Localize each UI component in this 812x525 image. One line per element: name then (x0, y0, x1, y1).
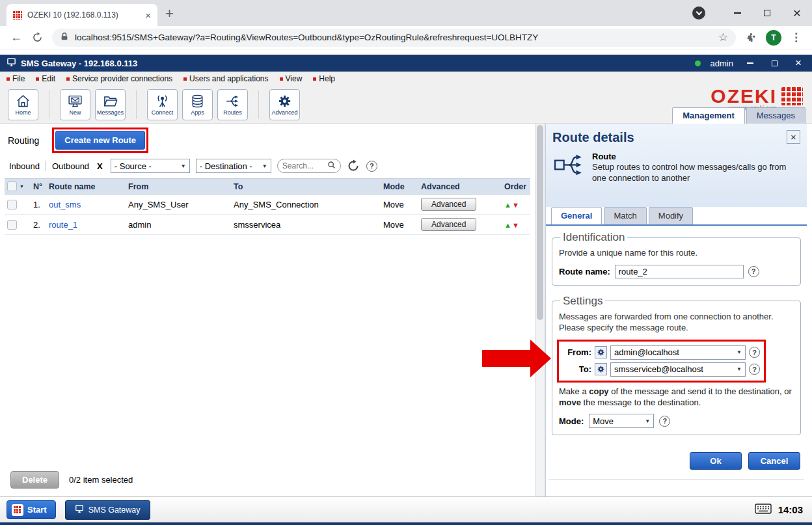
col-mode[interactable]: Mode (381, 179, 418, 195)
menu-bullet-icon (36, 77, 39, 81)
filter-inbound[interactable]: Inbound (9, 161, 40, 171)
scrollbar-thumb[interactable] (537, 125, 543, 320)
menu-edit[interactable]: Edit (36, 74, 55, 83)
toolbar-button-advanced[interactable]: Advanced (269, 89, 300, 120)
table-row[interactable]: 2. route_1 admin smsservicea Move Advanc… (5, 215, 530, 235)
taskbar-item-sms-gateway[interactable]: SMS Gateway (65, 500, 150, 520)
browser-menu-icon[interactable]: ⋮ (791, 31, 802, 44)
taskbar: Start SMS Gateway 14:03 (0, 496, 812, 522)
col-number[interactable]: N° (31, 179, 46, 195)
toolbar-button-messages[interactable]: Messages (95, 89, 126, 120)
identification-hint: Provide a unique name for this route. (559, 248, 794, 259)
tab-modify[interactable]: Modify (649, 207, 693, 224)
browser-close-button[interactable]: × (782, 0, 812, 26)
col-from[interactable]: From (126, 179, 231, 195)
menu-bullet-icon (7, 77, 10, 81)
select-all-checkbox[interactable] (7, 182, 17, 191)
route-name-link[interactable]: out_sms (49, 200, 81, 209)
tab-close-icon[interactable]: × (145, 10, 151, 20)
help-icon[interactable]: ? (748, 266, 759, 277)
chevron-down-icon: ▼ (645, 418, 650, 424)
extensions-puzzle-icon[interactable] (741, 28, 761, 47)
selection-status: 0/2 item selected (69, 475, 133, 485)
menu-view[interactable]: View (280, 74, 303, 83)
browser-maximize-button[interactable] (752, 0, 782, 26)
tab-match[interactable]: Match (604, 207, 646, 224)
browser-status-icon[interactable] (692, 7, 705, 20)
menu-users-and-applications[interactable]: Users and applications (183, 74, 268, 83)
browser-minimize-button[interactable] (722, 0, 752, 26)
order-down-icon[interactable]: ▼ (512, 201, 519, 209)
routing-panel-title: Routing (8, 135, 39, 146)
help-icon[interactable]: ? (749, 364, 760, 375)
refresh-list-button[interactable] (347, 159, 360, 173)
toolbar-separator (136, 90, 137, 119)
col-order[interactable]: Order (502, 179, 530, 195)
col-route-name[interactable]: Route name (46, 179, 126, 195)
connection-type-icon (595, 363, 607, 375)
app-maximize-button[interactable] (767, 57, 781, 70)
back-icon[interactable]: ← (7, 28, 26, 47)
table-row[interactable]: 1. out_sms Any_SMS_User Any_SMS_Connecti… (5, 195, 530, 215)
order-up-icon[interactable]: ▲ (504, 201, 511, 209)
route-name-link[interactable]: route_1 (49, 220, 77, 230)
route-name-input[interactable] (615, 265, 744, 278)
ok-button[interactable]: Ok (690, 452, 742, 470)
tab-messages[interactable]: Messages (746, 107, 805, 124)
profile-avatar[interactable]: T (766, 30, 781, 46)
toolbar-button-home[interactable]: Home (8, 89, 38, 120)
toolbar-button-routes[interactable]: Routes (217, 89, 248, 120)
antenna-icon (155, 94, 170, 109)
source-filter-select[interactable]: - Source -▼ (111, 159, 190, 173)
help-icon[interactable]: ? (366, 161, 377, 172)
start-button[interactable]: Start (7, 500, 56, 519)
row-checkbox[interactable] (7, 220, 17, 230)
bookmark-star-icon[interactable]: ☆ (718, 31, 728, 44)
new-tab-button[interactable]: + (165, 7, 174, 21)
refresh-icon[interactable] (27, 28, 47, 47)
close-icon[interactable]: × (787, 130, 800, 144)
menu-file[interactable]: File (7, 74, 25, 83)
route-details-panel: Route details × Route Setup routes to co… (545, 124, 807, 496)
from-connection-select[interactable]: admin@localhost▼ (610, 345, 746, 360)
order-down-icon[interactable]: ▼ (512, 221, 519, 229)
destination-filter-select[interactable]: - Destination -▼ (196, 159, 271, 173)
clear-filter-button[interactable]: X (95, 161, 105, 171)
mode-select[interactable]: Move▼ (589, 414, 654, 428)
search-input[interactable] (282, 161, 325, 170)
toolbar-button-apps[interactable]: Apps (182, 89, 213, 120)
cancel-button[interactable]: Cancel (748, 452, 800, 470)
row-checkbox[interactable] (7, 200, 17, 209)
menu-help[interactable]: Help (313, 74, 335, 83)
tab-management[interactable]: Management (672, 107, 744, 124)
gear-icon (277, 94, 292, 109)
app-close-button[interactable]: × (791, 57, 805, 70)
menu-service-provider-connections[interactable]: Service provider connections (66, 74, 172, 83)
lock-icon[interactable] (60, 32, 69, 44)
tab-general[interactable]: General (551, 207, 602, 224)
create-new-route-button[interactable]: Create new Route (55, 131, 145, 150)
col-to[interactable]: To (231, 179, 381, 195)
url-text[interactable]: localhost:9515/SMS+Gateway/?a=Routing&Vi… (75, 33, 712, 42)
keyboard-tray-icon[interactable] (755, 504, 772, 517)
help-icon[interactable]: ? (659, 416, 670, 427)
toolbar-button-connect[interactable]: Connect (147, 89, 178, 120)
url-bar[interactable]: localhost:9515/SMS+Gateway/?a=Routing&Vi… (52, 29, 736, 47)
col-advanced[interactable]: Advanced (418, 179, 502, 195)
order-up-icon[interactable]: ▲ (504, 221, 511, 229)
delete-button[interactable]: Delete (10, 471, 59, 489)
filter-outbound[interactable]: Outbound (52, 161, 89, 171)
clock[interactable]: 14:03 (778, 504, 803, 515)
browser-tab[interactable]: OZEKI 10 (192.168.0.113) × (7, 4, 157, 26)
chevron-down-icon[interactable]: ▼ (20, 184, 24, 189)
advanced-button[interactable]: Advanced (421, 218, 476, 231)
help-icon[interactable]: ? (749, 347, 760, 358)
toolbar-button-new[interactable]: New (60, 89, 90, 120)
settings-fieldset: Settings Messages are forwarded from one… (552, 295, 801, 436)
menu-bullet-icon (183, 77, 187, 81)
app-minimize-button[interactable] (743, 57, 757, 70)
to-connection-select[interactable]: smsserviceb@localhost▼ (610, 362, 746, 377)
logged-in-user[interactable]: admin (710, 59, 733, 68)
vertical-scrollbar[interactable] (535, 124, 545, 496)
advanced-button[interactable]: Advanced (421, 198, 476, 211)
